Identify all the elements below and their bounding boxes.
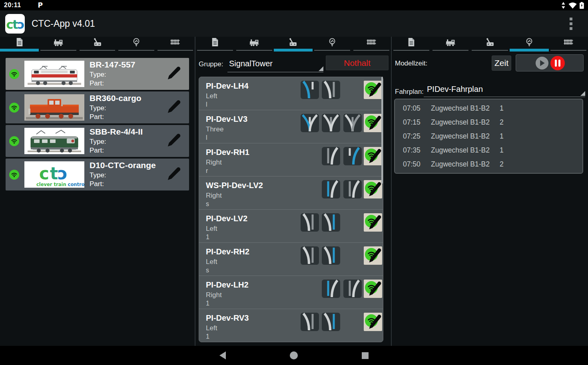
locomotive-photo	[24, 94, 84, 121]
tab-inventory[interactable]	[0, 37, 39, 52]
schedule-row[interactable]: 07:50 Zugwechsel B1-B2 2	[395, 157, 582, 171]
turnout-state-button[interactable]	[301, 313, 319, 331]
turnout-state-button[interactable]	[343, 180, 362, 198]
tab-signals[interactable]	[117, 37, 155, 52]
back-button[interactable]	[219, 351, 226, 359]
battery-icon	[580, 2, 584, 9]
schedule-area: Modellzeit: Zeit Fahrplan: PIDev-Fahrpla…	[392, 52, 588, 346]
tab-tracks[interactable]	[352, 37, 391, 52]
turnout-name: PI-Dev-LV3	[206, 115, 247, 124]
tab-locomotives[interactable]	[39, 37, 78, 52]
edit-locomotive-button[interactable]	[165, 99, 181, 115]
schedule-selected-value: PIDev-Fahrplan	[424, 82, 585, 96]
turnout-state-button[interactable]	[322, 147, 340, 165]
scrollbar[interactable]	[381, 77, 383, 184]
schedule-time: 07:35	[403, 146, 431, 155]
tab-locomotives[interactable]	[431, 37, 470, 52]
turnout-row[interactable]: PI-Dev-LV2 Left 1	[199, 210, 383, 243]
wifi-edit-button[interactable]	[364, 313, 382, 331]
wifi-edit-button[interactable]	[364, 246, 382, 265]
overflow-menu-button[interactable]	[567, 15, 575, 32]
schedule-label: Fahrplan:	[395, 88, 424, 96]
turnout-row[interactable]: WS-PI-Dev-LV2 Right s	[199, 177, 383, 210]
turnout-state-button[interactable]	[322, 114, 340, 132]
tab-locomotives[interactable]	[235, 37, 274, 52]
wifi-edit-button[interactable]	[364, 180, 382, 198]
turnout-state-button[interactable]	[343, 147, 362, 165]
locomotive-card[interactable]: ctɔclever train control D10-CTC-orange T…	[6, 159, 189, 190]
turnout-row[interactable]: PI-Dev-RH1 Right r	[199, 143, 383, 177]
turnout-kind: Right	[206, 192, 222, 200]
turnout-state-button[interactable]	[322, 246, 340, 265]
turnout-state-button[interactable]	[343, 280, 362, 298]
locomotive-card[interactable]: SBB-Re-4/4-II Type: Part:	[6, 125, 189, 157]
edit-locomotive-button[interactable]	[165, 167, 181, 182]
turnout-list-area: Gruppe: SignalTower Nothalt PI-Dev-LH4 L…	[195, 52, 391, 346]
turnout-code: 1	[206, 234, 209, 241]
turnout-row[interactable]: PI-Dev-LV3 Three l	[199, 110, 383, 143]
time-button[interactable]: Zeit	[492, 56, 511, 71]
turnout-row[interactable]: PI-Dev-LH2 Right 1	[199, 276, 383, 309]
play-button[interactable]	[535, 56, 549, 70]
turnout-state-button[interactable]	[322, 280, 340, 298]
schedule-row[interactable]: 07:15 Zugwechsel B1-B2 2	[395, 115, 582, 129]
turnout-name: PI-Dev-LH4	[206, 81, 249, 91]
tab-tracks[interactable]	[549, 37, 588, 52]
turnout-state-button[interactable]	[301, 81, 319, 99]
turnout-name: WS-PI-Dev-LV2	[206, 181, 263, 190]
recents-button[interactable]	[362, 352, 369, 359]
pause-button[interactable]	[550, 56, 565, 71]
wifi-edit-button[interactable]	[364, 213, 382, 232]
schedule-dropdown[interactable]: PIDev-Fahrplan	[424, 82, 585, 97]
tab-signals[interactable]	[313, 37, 352, 52]
locomotive-info: BR360-cargo Type: Part:	[90, 93, 142, 122]
turnout-state-button[interactable]	[322, 213, 340, 232]
locomotive-part-label: Part:	[90, 180, 156, 188]
turnout-state-button[interactable]	[322, 313, 340, 331]
tab-signals[interactable]	[510, 37, 549, 52]
right-tab-bar	[392, 37, 588, 52]
turnout-state-button[interactable]	[301, 114, 319, 132]
wifi-edit-button[interactable]	[364, 147, 382, 165]
dropdown-corner-icon	[319, 66, 323, 71]
svg-text:ɔ: ɔ	[58, 164, 68, 183]
emergency-stop-button[interactable]: Nothalt	[326, 56, 389, 70]
tab-tracks[interactable]	[156, 37, 195, 52]
turnout-state-button[interactable]	[322, 81, 340, 99]
locomotive-card[interactable]: BR360-cargo Type: Part:	[6, 91, 189, 123]
turnout-state-button[interactable]	[343, 114, 362, 132]
edit-locomotive-button[interactable]	[165, 133, 181, 149]
schedule-row[interactable]: 07:05 Zugwechsel B1-B2 1	[395, 101, 582, 115]
turnout-state-button[interactable]	[322, 180, 340, 198]
schedule-row[interactable]: 07:35 Zugwechsel B1-B2 1	[395, 143, 582, 157]
locomotive-name: SBB-Re-4/4-II	[90, 127, 143, 137]
notification-app-icon: P	[38, 1, 43, 9]
turnout-name: PI-Dev-RH1	[206, 148, 249, 157]
turnout-code: r	[206, 167, 208, 175]
wifi-edit-button[interactable]	[364, 81, 382, 99]
turnout-row[interactable]: PI-Dev-LH4 Left l	[199, 77, 383, 110]
locomotive-name: D10-CTC-orange	[90, 161, 156, 170]
locomotive-card[interactable]: BR-147-557 Type: Part:	[6, 58, 189, 90]
schedule-row[interactable]: 07:25 Zugwechsel B1-B2 1	[395, 129, 582, 143]
wifi-edit-button[interactable]	[364, 114, 382, 132]
turnout-state-button[interactable]	[301, 213, 319, 232]
tab-inventory[interactable]	[195, 37, 235, 52]
locomotive-info: BR-147-557 Type: Part:	[90, 60, 135, 88]
turnout-kind: Right	[206, 291, 222, 299]
tab-turnouts[interactable]	[274, 37, 313, 52]
turnout-row[interactable]: PI-Dev-RV3 Left 1	[199, 309, 383, 342]
home-button[interactable]	[290, 351, 298, 359]
group-dropdown[interactable]: SignalTower	[227, 56, 323, 72]
wifi-edit-button[interactable]	[364, 280, 382, 298]
turnout-row[interactable]: PI-Dev-RH2 Left s	[199, 243, 383, 276]
turnout-kind: Left	[206, 225, 217, 233]
tab-turnouts[interactable]	[470, 37, 509, 52]
edit-locomotive-button[interactable]	[165, 66, 181, 82]
turnout-state-button[interactable]	[301, 246, 319, 265]
locomotives-panel: BR-147-557 Type: Part: BR360-cargo Type:	[0, 37, 195, 346]
tab-inventory[interactable]	[392, 37, 431, 52]
schedule-event: Zugwechsel B1-B2	[431, 160, 500, 169]
locomotive-photo	[24, 61, 84, 87]
tab-turnouts[interactable]	[78, 37, 117, 52]
